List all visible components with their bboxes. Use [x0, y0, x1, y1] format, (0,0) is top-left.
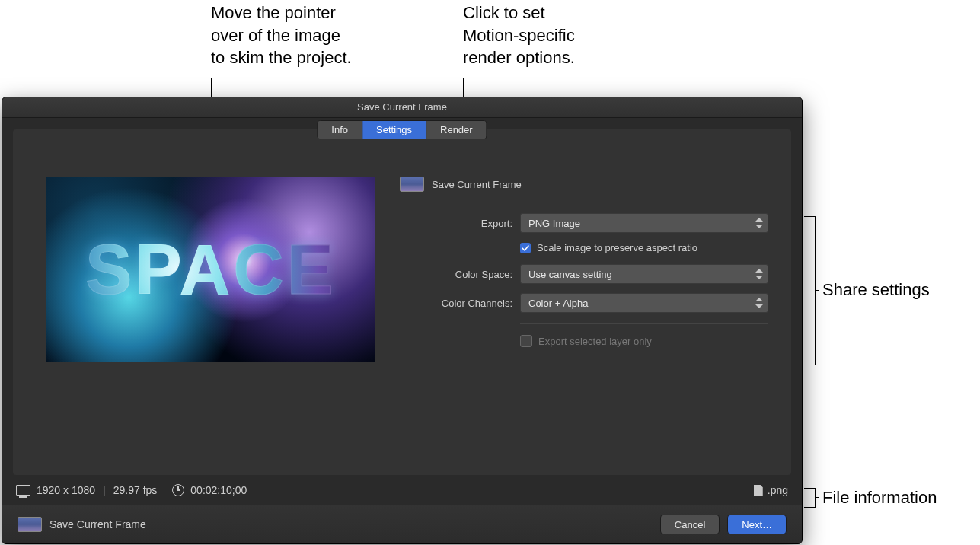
- info-dimensions: 1920 x 1080: [37, 484, 95, 496]
- save-current-frame-dialog: Save Current Frame Info Settings Render …: [2, 97, 803, 544]
- settings-form: Save Current Frame Export: PNG Image Sca…: [400, 177, 768, 358]
- clock-icon: [172, 484, 184, 496]
- bracket-share-stem: [815, 290, 819, 291]
- dialog-footer: Save Current Frame Cancel Next…: [2, 505, 802, 543]
- tab-info[interactable]: Info: [318, 121, 362, 139]
- callout-skim: Move the pointer over of the image to sk…: [211, 2, 352, 69]
- window-title: Save Current Frame: [2, 97, 802, 118]
- export-label: Export:: [400, 218, 520, 229]
- color-space-popup[interactable]: Use canvas setting: [520, 264, 768, 284]
- bracket-share: [804, 216, 816, 365]
- info-divider: |: [103, 484, 106, 496]
- color-space-value: Use canvas setting: [528, 269, 612, 280]
- bracket-fileinfo: [804, 488, 816, 508]
- color-space-label: Color Space:: [400, 269, 520, 280]
- footer-title: Save Current Frame: [49, 518, 146, 531]
- form-header: Save Current Frame: [400, 177, 768, 192]
- updown-arrows-icon: [755, 218, 763, 228]
- updown-arrows-icon: [755, 269, 763, 279]
- updown-arrows-icon: [755, 298, 763, 308]
- tab-group: Info Settings Render: [317, 120, 487, 139]
- info-timecode: 00:02:10;00: [190, 484, 247, 496]
- export-popup[interactable]: PNG Image: [520, 213, 768, 233]
- cancel-button[interactable]: Cancel: [660, 515, 720, 534]
- callout-fileinfo: File information: [822, 486, 937, 509]
- info-extension: .png: [768, 484, 788, 496]
- form-header-title: Save Current Frame: [432, 179, 522, 190]
- preview-overlay-text: SPACE: [46, 230, 375, 310]
- color-channels-label: Color Channels:: [400, 298, 520, 309]
- tab-settings[interactable]: Settings: [362, 121, 426, 139]
- screen-icon: [16, 485, 30, 496]
- content-area: Info Settings Render SPACE Save Current …: [13, 129, 791, 475]
- separator: [520, 323, 768, 324]
- preset-thumbnail: [400, 177, 424, 192]
- file-icon: [754, 485, 763, 496]
- callout-share: Share settings: [822, 279, 930, 301]
- scale-aspect-label: Scale image to preserve aspect ratio: [537, 242, 697, 253]
- next-button[interactable]: Next…: [727, 515, 787, 534]
- color-channels-popup[interactable]: Color + Alpha: [520, 293, 768, 313]
- bracket-fileinfo-stem: [815, 497, 819, 498]
- export-selected-layer-label: Export selected layer only: [538, 336, 652, 347]
- footer-thumbnail: [18, 517, 42, 532]
- export-selected-layer-checkbox: [520, 335, 532, 347]
- preview-image[interactable]: SPACE: [46, 177, 375, 362]
- color-channels-value: Color + Alpha: [528, 298, 588, 309]
- info-fps: 29.97 fps: [113, 484, 158, 496]
- info-bar: 1920 x 1080 | 29.97 fps 00:02:10;00 .png: [13, 475, 791, 505]
- scale-aspect-checkbox[interactable]: [520, 243, 531, 253]
- export-value: PNG Image: [528, 218, 580, 229]
- callout-render: Click to set Motion-specific render opti…: [463, 2, 575, 69]
- tab-render[interactable]: Render: [426, 121, 487, 139]
